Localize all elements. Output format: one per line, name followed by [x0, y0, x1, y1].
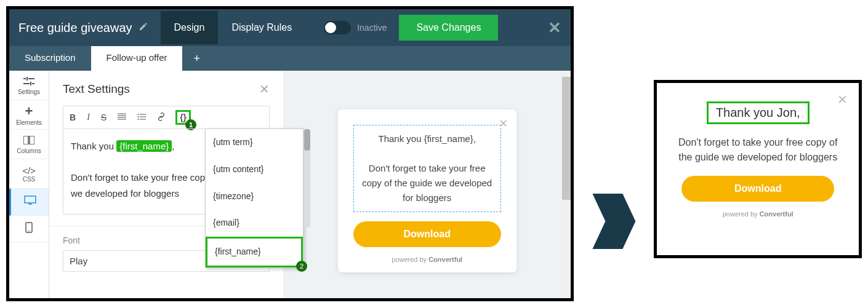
powered-by: powered by Convertful — [353, 256, 501, 263]
result-powered-prefix: powered by — [723, 210, 760, 218]
merge-tag-dropdown: {utm term} {utm content} {timezone} {ema… — [205, 128, 303, 268]
desktop-icon — [24, 195, 36, 208]
left-rail: Settings + Elements Columns </> CSS — [9, 71, 49, 298]
plus-icon: + — [25, 103, 33, 119]
result-powered-by: powered by Convertful — [669, 210, 846, 218]
rail-css[interactable]: </> CSS — [9, 159, 49, 189]
svg-rect-2 — [25, 196, 36, 203]
editor-line2: Don't forget to take your free copy o — [71, 172, 217, 183]
rail-desktop[interactable] — [9, 189, 49, 216]
dropdown-item-first-name[interactable]: {first_name} 2 — [206, 237, 303, 267]
scroll-track — [562, 71, 571, 298]
toggle-knob — [325, 22, 336, 33]
result-close-icon[interactable]: ✕ — [837, 92, 848, 107]
mobile-icon — [25, 222, 33, 236]
columns-icon — [23, 135, 34, 148]
svg-rect-1 — [30, 136, 34, 144]
link-button[interactable] — [156, 111, 167, 124]
pencil-icon[interactable] — [139, 22, 148, 34]
save-button[interactable]: Save Changes — [399, 15, 498, 41]
chevron-right-icon — [592, 194, 635, 249]
popup-line1: Thank you {first_name}, — [360, 132, 494, 146]
italic-button[interactable]: I — [86, 111, 91, 124]
result-powered-brand: Convertful — [760, 210, 794, 218]
rail-css-label: CSS — [23, 176, 36, 183]
editor-line3: we developed for bloggers — [71, 188, 179, 199]
result-download-button[interactable]: Download — [681, 176, 834, 202]
editor-text-prefix: Thank you — [71, 141, 116, 151]
bold-button[interactable]: B — [68, 111, 77, 124]
rail-elements[interactable]: + Elements — [9, 100, 49, 130]
powered-brand: Convertful — [428, 256, 462, 263]
tab-display-rules[interactable]: Display Rules — [218, 11, 305, 44]
strikethrough-button[interactable]: S — [100, 111, 108, 124]
popup-line2: Don't forget to take your free copy of t… — [360, 161, 494, 205]
popup-preview: ✕ Thank you {first_name}, Don't forget t… — [338, 109, 516, 272]
sub-tabs: Subscription Follow-up offer + — [9, 46, 571, 71]
subtab-subscription[interactable]: Subscription — [9, 46, 91, 71]
sliders-icon — [23, 76, 34, 89]
scroll-thumb[interactable] — [562, 77, 571, 200]
svg-point-7 — [138, 119, 139, 120]
active-toggle-wrap: Inactive — [324, 21, 387, 34]
preview-scrollbar — [562, 71, 571, 298]
align-button[interactable] — [116, 111, 127, 124]
code-icon: </> — [22, 165, 36, 176]
add-subtab-button[interactable]: + — [182, 46, 211, 71]
result-title: Thank you Jon, — [707, 101, 810, 124]
text-settings-panel: Text Settings ✕ B I S {} 1 Thank you {fi… — [49, 71, 283, 298]
rail-elements-label: Elements — [16, 119, 42, 126]
dropdown-item-timezone[interactable]: {timezone} — [206, 183, 303, 210]
editor-merge-tag: {first_name} — [116, 140, 172, 152]
campaign-title: Free guide giveaway — [18, 21, 132, 35]
font-value: Play — [70, 256, 87, 266]
active-toggle[interactable] — [324, 21, 351, 34]
preview-area: ✕ Thank you {first_name}, Don't forget t… — [283, 71, 571, 298]
editor-toolbar: B I S {} 1 — [63, 106, 270, 128]
callout-badge-2: 2 — [296, 261, 307, 272]
panel-header: Text Settings ✕ — [49, 82, 283, 106]
svg-point-4 — [28, 231, 30, 232]
popup-download-button[interactable]: Download — [353, 221, 501, 247]
popup-close-icon[interactable]: ✕ — [499, 117, 508, 130]
top-bar: Free guide giveaway Design Display Rules… — [9, 9, 571, 46]
app-window: Free guide giveaway Design Display Rules… — [6, 6, 574, 301]
popup-text-block[interactable]: Thank you {first_name}, Don't forget to … — [353, 125, 501, 212]
tab-design[interactable]: Design — [161, 11, 219, 44]
editor-body[interactable]: Thank you {first_name}, Don't forget to … — [63, 128, 270, 215]
result-body: Don't forget to take your free copy of t… — [669, 135, 846, 165]
rail-settings-label: Settings — [18, 89, 40, 95]
workspace: Settings + Elements Columns </> CSS — [9, 71, 571, 298]
rail-columns-label: Columns — [17, 148, 41, 154]
editor-text-suffix: , — [172, 141, 174, 151]
panel-title: Text Settings — [63, 82, 130, 96]
svg-point-6 — [138, 116, 139, 117]
subtab-followup[interactable]: Follow-up offer — [91, 46, 183, 71]
rail-mobile[interactable] — [9, 216, 49, 243]
svg-point-5 — [138, 114, 139, 115]
result-title-wrap: Thank you Jon, — [669, 101, 846, 124]
arrow-indicator — [592, 141, 635, 301]
rail-columns[interactable]: Columns — [9, 130, 49, 159]
powered-prefix: powered by — [392, 256, 428, 263]
toggle-label: Inactive — [357, 23, 387, 33]
merge-tag-button[interactable]: {} 1 — [175, 110, 191, 125]
rail-settings[interactable]: Settings — [9, 71, 49, 100]
list-button[interactable] — [136, 111, 147, 124]
close-icon[interactable]: ✕ — [548, 18, 561, 38]
dropdown-scroll-thumb[interactable] — [304, 129, 310, 151]
top-tabs: Design Display Rules — [161, 11, 306, 44]
result-popup: ✕ Thank you Jon, Don't forget to take yo… — [654, 80, 862, 258]
dropdown-item-email[interactable]: {email} — [206, 210, 303, 237]
dropdown-item-utm-content[interactable]: {utm content} — [206, 156, 303, 183]
panel-close-icon[interactable]: ✕ — [259, 82, 270, 97]
svg-rect-0 — [23, 136, 28, 144]
dropdown-item-utm-term[interactable]: {utm term} — [206, 129, 303, 156]
